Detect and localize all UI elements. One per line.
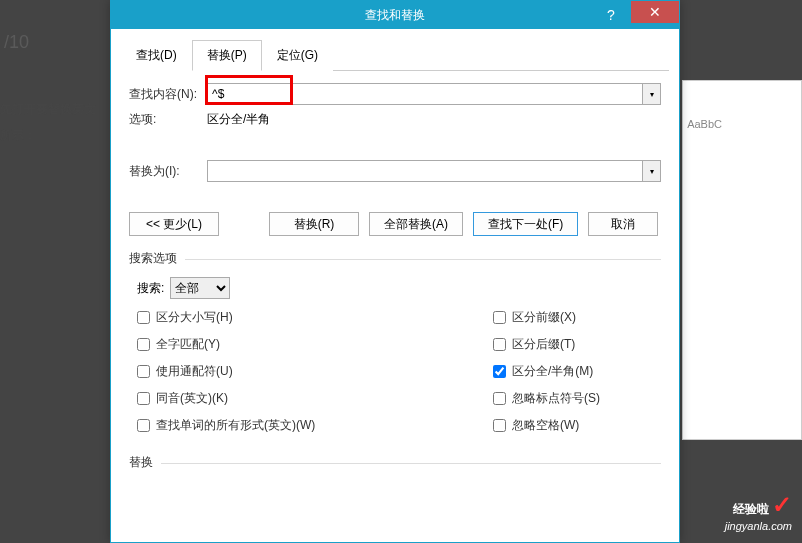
tab-find[interactable]: 查找(D) [121, 40, 192, 71]
search-direction-label: 搜索: [137, 280, 164, 297]
checks-right-col: 区分前缀(X) 区分后缀(T) 区分全/半角(M) 忽略标点符号(S) 忽略空格… [493, 309, 653, 434]
options-label: 选项: [129, 111, 207, 128]
cancel-button[interactable]: 取消 [588, 212, 658, 236]
bg-panel [682, 80, 802, 440]
search-options-group: 搜索选项 [129, 250, 661, 267]
chevron-down-icon[interactable]: ▾ [642, 84, 660, 104]
help-icon[interactable]: ? [591, 1, 631, 29]
replace-label: 替换为(I): [129, 163, 207, 180]
replace-input[interactable] [207, 160, 661, 182]
tabs: 查找(D) 替换(P) 定位(G) [121, 39, 669, 71]
checks-left-col: 区分大小写(H) 全字匹配(Y) 使用通配符(U) 同音(英文)(K) 查找单词… [137, 309, 493, 434]
tab-goto[interactable]: 定位(G) [262, 40, 333, 71]
dialog-title: 查找和替换 [365, 7, 425, 24]
bg-style-sample: AaBbC [687, 118, 722, 130]
chk-match-case[interactable]: 区分大小写(H) [137, 309, 493, 326]
bg-text: 先打开要替换英文 所示： [0, 96, 96, 148]
close-button[interactable]: ✕ [631, 1, 679, 23]
check-icon: ✓ [772, 491, 792, 518]
find-replace-dialog: 查找和替换 ? ✕ 查找(D) 替换(P) 定位(G) 查找内容(N): ▾ 选… [110, 0, 680, 543]
find-input[interactable] [207, 83, 661, 105]
chk-whole-word[interactable]: 全字匹配(Y) [137, 336, 493, 353]
replace-all-button[interactable]: 全部替换(A) [369, 212, 463, 236]
find-next-button[interactable]: 查找下一处(F) [473, 212, 578, 236]
options-value: 区分全/半角 [207, 111, 270, 128]
chk-suffix[interactable]: 区分后缀(T) [493, 336, 653, 353]
watermark: 经验啦 ✓ jingyanla.com [725, 491, 792, 533]
chk-prefix[interactable]: 区分前缀(X) [493, 309, 653, 326]
chevron-down-icon[interactable]: ▾ [642, 161, 660, 181]
replace-group: 替换 [129, 454, 661, 471]
less-button[interactable]: << 更少(L) [129, 212, 219, 236]
bg-page-num: /10 [4, 32, 29, 53]
chk-ignore-punct[interactable]: 忽略标点符号(S) [493, 390, 653, 407]
find-label: 查找内容(N): [129, 86, 207, 103]
chk-wildcards[interactable]: 使用通配符(U) [137, 363, 493, 380]
chk-all-forms[interactable]: 查找单词的所有形式(英文)(W) [137, 417, 493, 434]
chk-sounds-like[interactable]: 同音(英文)(K) [137, 390, 493, 407]
chk-ignore-space[interactable]: 忽略空格(W) [493, 417, 653, 434]
search-direction-select[interactable]: 全部 [170, 277, 230, 299]
tab-replace[interactable]: 替换(P) [192, 40, 262, 71]
replace-button[interactable]: 替换(R) [269, 212, 359, 236]
titlebar: 查找和替换 ? ✕ [111, 1, 679, 29]
chk-fullhalf[interactable]: 区分全/半角(M) [493, 363, 653, 380]
